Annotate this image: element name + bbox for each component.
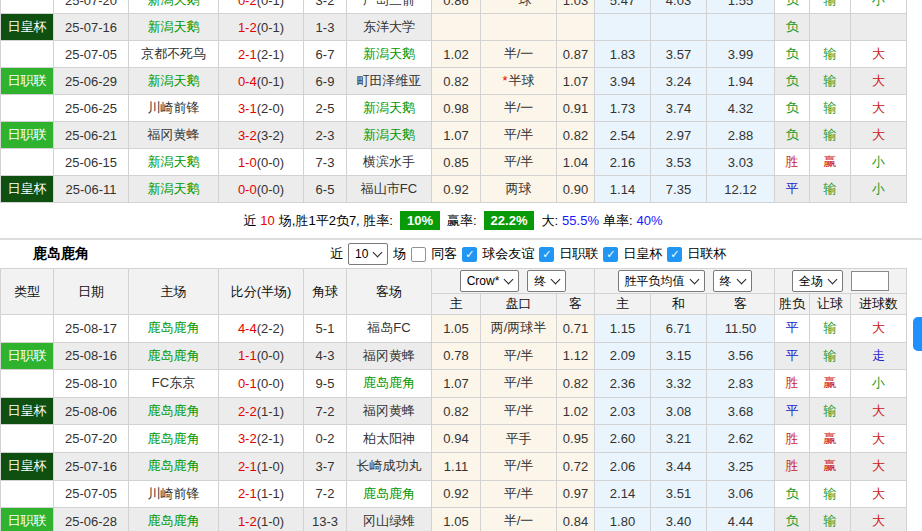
odds-home: 1.14 [595,176,651,203]
result-goals: 大 [851,508,907,531]
home-team-cell[interactable]: 新潟天鹅 [129,0,219,14]
odds-home: 1.83 [595,41,651,68]
handicap-group-header: Crow* 终 [432,269,595,294]
away-team-cell[interactable]: 广岛三箭 [347,0,432,14]
result-wdl: 负 [775,508,810,531]
odd-rate-value: 40% [637,213,663,228]
away-team-cell[interactable]: 福山市FC [347,176,432,203]
result-handicap: 赢 [810,370,851,398]
bookmaker-select[interactable]: Crow* [460,270,520,292]
home-team-cell[interactable]: 川崎前锋 [129,95,219,122]
away-team-cell[interactable]: 长崎成功丸 [347,452,432,480]
score-cell: 1-2(1-0) [219,508,304,531]
away-team-cell[interactable]: 冈山绿雉 [347,508,432,531]
league-cup-label[interactable]: 日联杯 [687,245,726,263]
home-team-cell[interactable]: 新潟天鹅 [129,176,219,203]
date-cell: 25-06-11 [54,176,129,203]
emperor-cup-label[interactable]: 日皇杯 [623,245,662,263]
corner-cell: 0-2 [304,425,347,453]
home-team-cell[interactable]: 新潟天鹅 [129,149,219,176]
result-wdl: 负 [775,95,810,122]
result-wdl: 负 [775,0,810,14]
league-cell: 日皇杯 [1,397,54,425]
result-wdl: 胜 [775,149,810,176]
match-row: 日皇杯25-06-11新潟天鹅0-0(0-0)6-5福山市FC0.92两球0.9… [1,176,907,203]
away-team-cell[interactable]: 福冈黄蜂 [347,397,432,425]
jleague-label[interactable]: 日职联 [559,245,598,263]
result-handicap: 输 [810,95,851,122]
home-team-cell[interactable]: 鹿岛鹿角 [129,425,219,453]
league-cell: 日职联 [1,95,54,122]
home-team-cell[interactable]: 鹿岛鹿角 [129,508,219,531]
odds-draw [651,14,707,41]
score-cell: 4-4(2-2) [219,315,304,343]
score-cell: 3-2(3-2) [219,122,304,149]
odds-home: 2.54 [595,122,651,149]
odds-away: 2.62 [707,425,775,453]
handicap-away-odds: 1.07 [557,68,595,95]
corner-cell: 6-5 [304,176,347,203]
away-team-cell[interactable]: 町田泽维亚 [347,68,432,95]
odds-draw: 3.24 [651,68,707,95]
odds-final-select[interactable]: 终 [713,270,752,292]
result-handicap: 赢 [810,149,851,176]
home-team-cell[interactable]: 京都不死鸟 [129,41,219,68]
same-away-checkbox[interactable] [411,247,426,262]
odds-away: 3.56 [707,342,775,370]
result-goals: 大 [851,397,907,425]
unlabeled-select[interactable] [851,271,889,291]
home-team-cell[interactable]: 川崎前锋 [129,480,219,508]
league-cup-checkbox[interactable]: ✓ [667,247,682,262]
away-team-cell[interactable]: 鹿岛鹿角 [347,480,432,508]
home-team-cell[interactable]: FC东京 [129,370,219,398]
corner-cell: 7-3 [304,149,347,176]
home-team-cell[interactable]: 鹿岛鹿角 [129,315,219,343]
jleague-checkbox[interactable]: ✓ [539,247,554,262]
away-team-cell[interactable]: 福岛FC [347,315,432,343]
score-cell: 2-1(2-1) [219,41,304,68]
handicap-final-select[interactable]: 终 [527,270,566,292]
team-title: 鹿岛鹿角 [33,245,89,263]
match-row: 日皇杯25-07-16新潟天鹅1-2(0-1)1-3东洋大学负 [1,14,907,41]
handicap-away-odds: 0.91 [557,95,595,122]
recent-count-select[interactable]: 10 [348,243,388,265]
date-cell: 25-08-16 [54,342,129,370]
result-goals: 走 [851,342,907,370]
sub-header-handicap-line: 盘口 [481,294,557,315]
home-team-cell[interactable]: 鹿岛鹿角 [129,452,219,480]
friendly-checkbox[interactable]: ✓ [462,247,477,262]
same-away-label[interactable]: 同客 [431,245,457,263]
away-team-cell[interactable]: 横滨水手 [347,149,432,176]
corner-cell: 6-7 [304,41,347,68]
away-team-cell[interactable]: 福冈黄蜂 [347,342,432,370]
match-row: 日皇杯25-08-06鹿岛鹿角2-2(1-1)7-2福冈黄蜂0.82平/半1.0… [1,397,907,425]
friendly-label[interactable]: 球会友谊 [482,245,534,263]
home-team-cell[interactable]: 新潟天鹅 [129,68,219,95]
home-team-cell[interactable]: 新潟天鹅 [129,14,219,41]
handicap-home-odds: 1.11 [432,452,481,480]
corner-cell: 7-2 [304,480,347,508]
home-team-cell[interactable]: 鹿岛鹿角 [129,397,219,425]
away-team-cell[interactable]: 鹿岛鹿角 [347,370,432,398]
away-team-cell[interactable]: 东洋大学 [347,14,432,41]
away-team-cell[interactable]: 新潟天鹅 [347,95,432,122]
match-row: 球会友谊25-08-17鹿岛鹿角4-4(2-2)5-1福岛FC1.05两/两球半… [1,315,907,343]
handicap-line [481,14,557,41]
scope-select[interactable]: 全场 [792,270,843,292]
corner-cell: 4-3 [304,342,347,370]
home-team-cell[interactable]: 福冈黄蜂 [129,122,219,149]
score-cell: 2-1(1-1) [219,480,304,508]
emperor-cup-checkbox[interactable]: ✓ [603,247,618,262]
result-wdl: 负 [775,122,810,149]
home-team-cell[interactable]: 鹿岛鹿角 [129,342,219,370]
away-team-cell[interactable]: 新潟天鹅 [347,41,432,68]
date-cell: 25-06-25 [54,95,129,122]
summary-text: 近 [243,212,256,230]
odds-average-select[interactable]: 胜平负均值 [618,270,705,292]
handicap-line: 平/半 [481,370,557,398]
handicap-line: 两/两球半 [481,315,557,343]
side-panel-tab[interactable] [913,317,922,351]
away-team-cell[interactable]: 新潟天鹅 [347,122,432,149]
away-team-cell[interactable]: 柏太阳神 [347,425,432,453]
result-goals: 小 [851,149,907,176]
